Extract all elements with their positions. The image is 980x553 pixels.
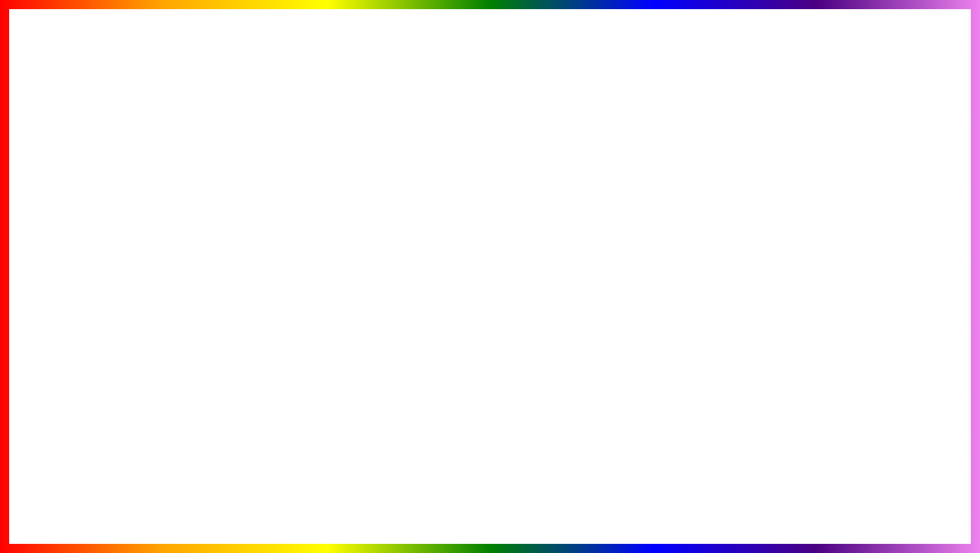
- quest-icon: 📋: [105, 209, 113, 216]
- svg-rect-14: [727, 222, 740, 230]
- front-sidebar-stats-label: | Stats: [197, 300, 214, 307]
- teleport-mirage-icon: ≋: [253, 250, 262, 257]
- auto-summon-mirage-row[interactable]: ≋ | Auto Summon Mirage Island: [250, 222, 430, 234]
- auto-lock-icon: ≋: [253, 237, 262, 244]
- svg-point-19: [825, 249, 835, 259]
- ui-titlebar-front-version: [Version: 2.0]: [396, 192, 428, 198]
- ui-titlebar-back-text: MTriet Hub | Blox Fruits |[discord.gg/mF…: [105, 154, 255, 161]
- ui-titlebar-front-text: MTriet Hub | Blox Fruits |[discord.gg/mF…: [186, 192, 336, 199]
- svg-rect-13: [713, 222, 726, 230]
- front-sidebar-stats[interactable]: 📈 | Stats: [181, 297, 247, 310]
- front-sidebar-fruit-label: | Fruit: [197, 287, 212, 294]
- ui-back-main-header: [ Main Farm | General ]: [169, 167, 349, 181]
- front-sidebar-combat[interactable]: ⚔️ | Combat: [181, 244, 247, 257]
- main-title-container: BLOX FRUITS: [0, 10, 980, 127]
- teleport-mirage-toggle[interactable]: [411, 249, 427, 257]
- creature-area: [787, 178, 929, 383]
- front-misc-icon: ⊞: [186, 313, 191, 320]
- auto-summon-toggle[interactable]: [411, 224, 427, 232]
- front-sidebar-shop-label: | Shop: [197, 273, 214, 281]
- score-display: 0 /12345: [13, 499, 56, 512]
- front-sidebar-settings-label: | Settings: [197, 221, 222, 228]
- ui-front-main: [ Misc Pull Lever | Race V4 ] ≋ | Auto S…: [247, 202, 433, 325]
- front-settings-icon: ⚙️: [186, 221, 194, 228]
- teleport-mirage-label: | Teleport To Mirage Island: [266, 250, 407, 257]
- teleport-gear-toggle[interactable]: [411, 262, 427, 270]
- front-dungeon-icon: 🏛️: [186, 234, 194, 241]
- blox-fruits-logo: BL●X FRUITS: [787, 419, 939, 523]
- front-sidebar-dungeon-label: | Dungeon: [197, 234, 224, 241]
- svg-point-2: [698, 185, 754, 251]
- fruit-dealer-button[interactable]: Teleport Advanced Fruit Dealer: [253, 275, 427, 288]
- auto-lock-moon-row[interactable]: ≋ | Auto Lock Moon & Race V3: [250, 234, 430, 247]
- sidebar-item-quest-label: | Quest-Item: [115, 209, 149, 216]
- race-v4-icon: 🔄: [186, 208, 194, 215]
- sidebar-item-information-label: | Information: [115, 169, 149, 177]
- auto-summon-label: | Auto Summon Mirage Island: [266, 224, 407, 231]
- auto-lock-label: | Auto Lock Moon & Race V3: [266, 237, 407, 244]
- score-total: /12345: [22, 499, 56, 512]
- home-icon: 🏠: [105, 183, 113, 190]
- sidebar-item-information[interactable]: 👤 | Information: [100, 166, 166, 180]
- ui-titlebar-front: MTriet Hub | Blox Fruits |[discord.gg/mF…: [181, 189, 433, 202]
- sidebar-item-settings-label: | Settings: [115, 235, 141, 243]
- ui-titlebar-back: MTriet Hub | Blox Fruits |[discord.gg/mF…: [100, 151, 352, 164]
- front-fruit-icon: 🍎: [186, 287, 194, 294]
- ui-titlebar-back-version: [Version: 2.0]: [314, 154, 347, 160]
- front-combat-icon: ⚔️: [186, 247, 194, 254]
- race-icon: 🔄: [105, 222, 113, 229]
- front-sidebar-shop[interactable]: 🛒 | Shop: [181, 270, 247, 284]
- front-shop-icon: 🛒: [186, 273, 194, 281]
- sidebar-item-general[interactable]: 🏠 | General: [100, 180, 166, 193]
- sidebar-item-necessary-label: | Necessary: [115, 196, 147, 203]
- ui-front-sidebar: 🔄 | Race V4 ⚙️ | Settings 🏛️ | Dungeon ⚔…: [181, 202, 247, 325]
- front-sidebar-dungeon[interactable]: 🏛️ | Dungeon: [181, 231, 247, 244]
- dungeon-icon: 🏛️: [105, 249, 113, 256]
- info-icon: 👤: [105, 169, 113, 177]
- necessary-icon: ⚡: [105, 196, 113, 203]
- sidebar-item-combat[interactable]: ⚔️ | Combat: [100, 259, 166, 272]
- sidebar-item-quest[interactable]: 📋 | Quest-Item: [100, 206, 166, 219]
- settings-icon: ⚙️: [105, 235, 113, 243]
- combat-icon: ⚔️: [105, 262, 113, 269]
- sidebar-item-combat-label: | Combat: [115, 262, 140, 269]
- sidebar-item-general-label: | General: [115, 183, 140, 190]
- ui-window-front[interactable]: MTriet Hub | Blox Fruits |[discord.gg/mF…: [180, 188, 434, 326]
- svg-point-24: [797, 288, 832, 351]
- front-sidebar-teleport-label: | Teleport: [197, 260, 221, 267]
- ui-back-sidebar: 👤 | Information 🏠 | General ⚡ | Necessar…: [100, 164, 166, 274]
- svg-point-21: [903, 253, 915, 265]
- auto-summon-icon: ≋: [253, 225, 262, 231]
- bottom-title: UPDATE 20 SCRIPT PASTEBIN: [30, 462, 758, 538]
- update-number: 20: [266, 462, 340, 538]
- fruit-dealer-button-row: Teleport Advanced Fruit Dealer: [250, 272, 430, 291]
- auto-lock-toggle[interactable]: [411, 236, 427, 245]
- front-sidebar-race-label: | Race V4: [197, 208, 223, 215]
- blox-fruits-logo-svg: BL●X FRUITS: [787, 419, 939, 521]
- teleport-mirage-row[interactable]: ≋ | Teleport To Mirage Island: [250, 247, 430, 260]
- front-teleport-icon: 🌀: [186, 260, 194, 267]
- farm-chest-button[interactable]: Farm Chest Mirage Island: [253, 294, 427, 307]
- front-sidebar-teleport[interactable]: 🌀 | Teleport: [181, 257, 247, 270]
- score-value: 0: [13, 499, 19, 512]
- ui-front-body: 🔄 | Race V4 ⚙️ | Settings 🏛️ | Dungeon ⚔…: [181, 202, 433, 325]
- front-sidebar-misc[interactable]: ⊞ | Misc: [181, 310, 247, 323]
- sidebar-item-settings[interactable]: ⚙️ | Settings: [100, 232, 166, 246]
- svg-point-12: [708, 271, 744, 317]
- teleport-gear-row[interactable]: ≋ | Teleport To Gear: [250, 260, 430, 272]
- sidebar-item-dungeon-label: | Dungeon: [115, 249, 143, 256]
- front-sidebar-race[interactable]: 🔄 | Race V4: [181, 204, 247, 218]
- front-sidebar-fruit[interactable]: 🍎 | Fruit: [181, 284, 247, 297]
- farm-chest-button-row: Farm Chest Mirage Island: [250, 291, 430, 310]
- sidebar-item-dungeon[interactable]: 🏛️ | Dungeon: [100, 246, 166, 259]
- svg-point-33: [854, 461, 872, 479]
- sidebar-item-race[interactable]: 🔄 | Race V4: [100, 219, 166, 232]
- front-sidebar-settings[interactable]: ⚙️ | Settings: [181, 218, 247, 231]
- update-label: UPDATE: [30, 468, 256, 532]
- script-pastebin-label: SCRIPT PASTEBIN: [350, 474, 758, 526]
- triangle-decorations: ▲▲▲▲▲▲▲▲: [737, 30, 878, 48]
- creature-svg: [787, 178, 929, 381]
- sidebar-item-necessary[interactable]: ⚡ | Necessary: [100, 193, 166, 206]
- front-stats-icon: 📈: [186, 300, 194, 307]
- front-sidebar-misc-label: | Misc: [194, 313, 210, 320]
